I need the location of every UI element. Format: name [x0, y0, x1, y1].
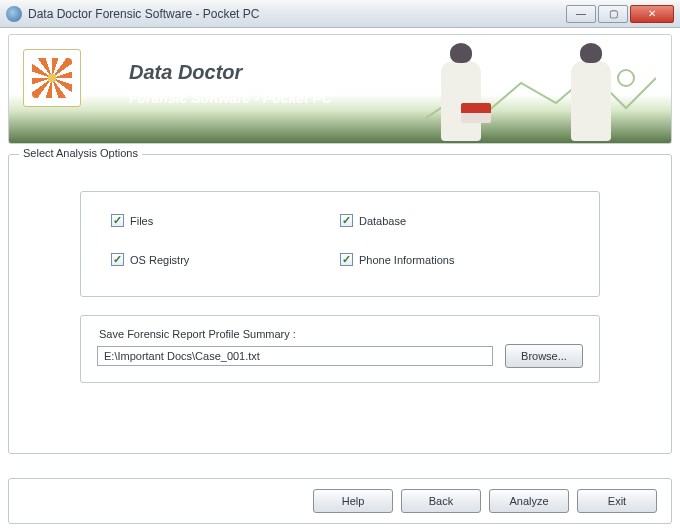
option-phone-info: Phone Informations — [340, 253, 569, 266]
save-panel: Save Forensic Report Profile Summary : B… — [80, 315, 600, 383]
database-label: Database — [359, 215, 406, 227]
options-row: Files Database — [111, 214, 569, 227]
group-label: Select Analysis Options — [19, 147, 142, 159]
options-row: OS Registry Phone Informations — [111, 253, 569, 266]
footer-bar: Help Back Analyze Exit — [8, 478, 672, 524]
header-subtitle: Forensic Software - Pocket PC — [129, 90, 332, 106]
header-banner: Data Doctor Forensic Software - Pocket P… — [8, 34, 672, 144]
exit-button[interactable]: Exit — [577, 489, 657, 513]
files-label: Files — [130, 215, 153, 227]
banner-illustration — [421, 43, 661, 143]
person-illustration-icon — [571, 61, 611, 141]
app-icon — [6, 6, 22, 22]
person-illustration-icon — [441, 61, 481, 141]
books-icon — [461, 103, 491, 123]
window-title: Data Doctor Forensic Software - Pocket P… — [28, 7, 566, 21]
analyze-button[interactable]: Analyze — [489, 489, 569, 513]
app-logo-icon — [32, 58, 72, 98]
save-label: Save Forensic Report Profile Summary : — [99, 328, 583, 340]
phone-info-checkbox[interactable] — [340, 253, 353, 266]
close-button[interactable]: ✕ — [630, 5, 674, 23]
logo-box — [23, 49, 81, 107]
help-button[interactable]: Help — [313, 489, 393, 513]
save-path-input[interactable] — [97, 346, 493, 366]
files-checkbox[interactable] — [111, 214, 124, 227]
option-database: Database — [340, 214, 569, 227]
body-area: Select Analysis Options Files Database — [8, 154, 672, 454]
options-panel: Files Database OS Registry Phone Informa… — [80, 191, 600, 297]
os-registry-label: OS Registry — [130, 254, 189, 266]
phone-info-label: Phone Informations — [359, 254, 454, 266]
browse-button[interactable]: Browse... — [505, 344, 583, 368]
back-button[interactable]: Back — [401, 489, 481, 513]
header-title: Data Doctor — [129, 61, 332, 84]
window-controls: — ▢ ✕ — [566, 5, 674, 23]
os-registry-checkbox[interactable] — [111, 253, 124, 266]
titlebar: Data Doctor Forensic Software - Pocket P… — [0, 0, 680, 28]
option-files: Files — [111, 214, 340, 227]
header-titles: Data Doctor Forensic Software - Pocket P… — [129, 61, 332, 106]
save-path-row: Browse... — [97, 344, 583, 368]
svg-point-0 — [618, 70, 634, 86]
database-checkbox[interactable] — [340, 214, 353, 227]
minimize-button[interactable]: — — [566, 5, 596, 23]
maximize-button[interactable]: ▢ — [598, 5, 628, 23]
option-os-registry: OS Registry — [111, 253, 340, 266]
analysis-options-group: Select Analysis Options Files Database — [8, 154, 672, 454]
app-window: Data Doctor Forensic Software - Pocket P… — [0, 0, 680, 532]
